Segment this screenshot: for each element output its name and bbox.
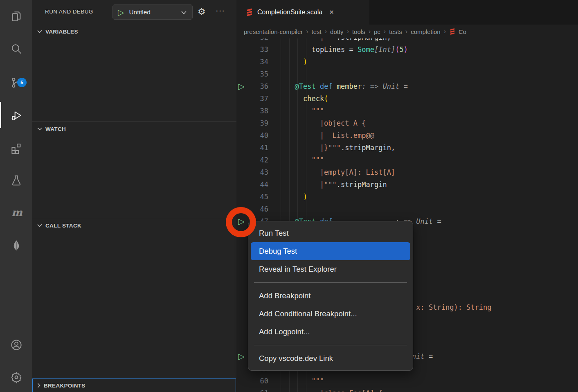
code-text: |}""".stripMargin, [286,142,395,154]
line-number: 32 [236,38,268,43]
chevron-down-icon [37,127,42,131]
menu-item-add-logpoint[interactable]: Add Logpoint... [248,323,413,341]
debug-start-icon[interactable]: ▷ [118,8,124,16]
code-text: """ [286,105,324,117]
line-number: 39 [236,117,268,129]
activity-item-run-and-debug-icon[interactable] [0,101,32,130]
activity-item-testing-icon[interactable] [0,166,32,195]
gear-icon[interactable]: ⚙ [198,6,206,18]
menu-divider [254,282,407,283]
breadcrumb-item[interactable]: dotty [330,28,344,35]
activity-item-settings-gear-icon[interactable] [0,363,32,392]
code-line-46: 46 [236,203,578,215]
sidebar-header: RUN AND DEBUG ▷ Untitled ⚙ ··· [32,0,236,25]
section-header-variables[interactable]: VARIABLES [32,25,236,38]
activity-item-account-icon[interactable] [0,330,32,360]
breadcrumb-separator: › [384,28,386,35]
code-line-32: 32 |""".stripMargin, [236,38,578,43]
scala-file-icon [246,9,253,16]
code-line-60: 60 """ [236,375,578,387]
sidebar-title: RUN AND DEBUG [45,9,93,15]
code-line-41: 41 |}""".stripMargin, [236,142,578,154]
breadcrumb-item[interactable]: tests [389,28,402,35]
breadcrumb-separator: › [369,28,371,35]
activity-item-extensions-icon[interactable] [0,133,32,163]
line-number: 44 [236,178,268,191]
breadcrumb-item[interactable]: Co [459,28,466,35]
activity-item-explorer-icon[interactable] [0,2,32,31]
code-text: |empty[A]: List[A] [286,166,395,178]
section-header-call-stack[interactable]: CALL STACK [32,219,236,232]
code-text: ) [286,191,307,203]
menu-item-debug-test[interactable]: Debug Test [251,242,410,260]
line-number: 36 [236,80,268,92]
tab-title: CompletionSuite.scala [257,9,322,16]
breadcrumb-item[interactable]: pc [374,28,380,35]
menu-item-copy-vscode-dev-link[interactable]: Copy vscode.dev Link [248,349,413,367]
section-label: VARIABLES [45,29,78,35]
code-text: @Test def member: => Unit = [286,80,408,92]
code-line-39: 39 |object A { [236,117,578,129]
code-text: """ [286,154,324,166]
code-line-43: 43 |empty[A]: List[A] [236,166,578,178]
menu-item-add-breakpoint[interactable]: Add Breakpoint [248,287,413,305]
activity-bar: 5m [0,0,32,392]
code-line-34: 34 ) [236,56,578,68]
code-text: |object A { [286,117,366,129]
line-number: 40 [236,129,268,142]
close-icon[interactable]: ✕ [329,9,334,16]
code-line-35: 35 [236,68,578,80]
code-line-36: ▷36 @Test def member: => Unit = [236,80,578,92]
breadcrumb-separator: › [306,28,308,35]
code-text: | List.emp@@ [286,129,374,142]
line-number: 43 [236,166,268,178]
activity-item-source-control-icon[interactable]: 5 [0,68,32,97]
activity-item-mongodb-icon[interactable] [0,231,32,260]
line-number: 60 [236,375,268,387]
code-text: topLines = Some[Int](5) [286,43,408,56]
chevron-down-icon [37,224,42,227]
menu-item-add-conditional-breakpoint[interactable]: Add Conditional Breakpoint... [248,305,413,323]
chevron-down-icon [181,9,187,16]
breadcrumb-item[interactable]: completion [411,28,441,35]
source-control-badge: 5 [17,78,27,87]
menu-divider [254,345,407,345]
breadcrumb-separator: › [444,28,446,35]
section-divider [32,121,236,122]
breadcrumb: presentation-compiler›test›dotty›tools›p… [236,25,578,38]
line-number: 61 [236,387,268,392]
launch-config-dropdown[interactable]: ▷ Untitled [112,5,193,20]
line-number: 45 [236,191,268,203]
chevron-down-icon [37,30,42,33]
line-number: 33 [236,43,268,56]
code-text: check( [286,92,328,105]
breadcrumb-item[interactable]: test [312,28,322,35]
code-line-40: 40 | List.emp@@ [236,129,578,142]
breadcrumb-separator: › [325,28,327,35]
tab-completionsuite[interactable]: CompletionSuite.scala ✕ [236,0,369,25]
breadcrumb-item[interactable]: presentation-compiler [244,28,303,35]
menu-item-reveal-in-test-explorer[interactable]: Reveal in Test Explorer [248,260,413,278]
activity-item-search-icon[interactable] [0,34,32,64]
section-header-watch[interactable]: WATCH [32,122,236,135]
annotation-ring [226,207,256,237]
tab-bar: CompletionSuite.scala ✕ [236,0,578,25]
breadcrumb-separator: › [405,28,407,35]
menu-item-run-test[interactable]: Run Test [248,224,413,242]
activity-item-metals-icon[interactable]: m [0,198,32,228]
code-text: """ [286,375,324,387]
breakpoints-focus-border [32,378,236,392]
section-divider [32,218,236,218]
more-actions-icon[interactable]: ··· [216,4,225,16]
line-number: 34 [236,56,268,68]
context-menu: Run TestDebug TestReveal in Test Explore… [248,221,413,371]
code-line-61: 61 |class Foo[A] { [236,387,578,392]
code-line-38: 38 """ [236,105,578,117]
breadcrumb-separator: › [347,28,349,35]
code-line-37: 37 check( [236,92,578,105]
code-line-44: 44 |""".stripMargin [236,178,578,191]
breadcrumb-item[interactable]: tools [352,28,365,35]
run-and-debug-sidebar: RUN AND DEBUG ▷ Untitled ⚙ ··· VARIABLES… [32,0,236,392]
launch-config-value: Untitled [129,9,181,16]
vscode-window: 5m RUN AND DEBUG ▷ Untitled ⚙ ··· VARIAB… [0,0,578,392]
